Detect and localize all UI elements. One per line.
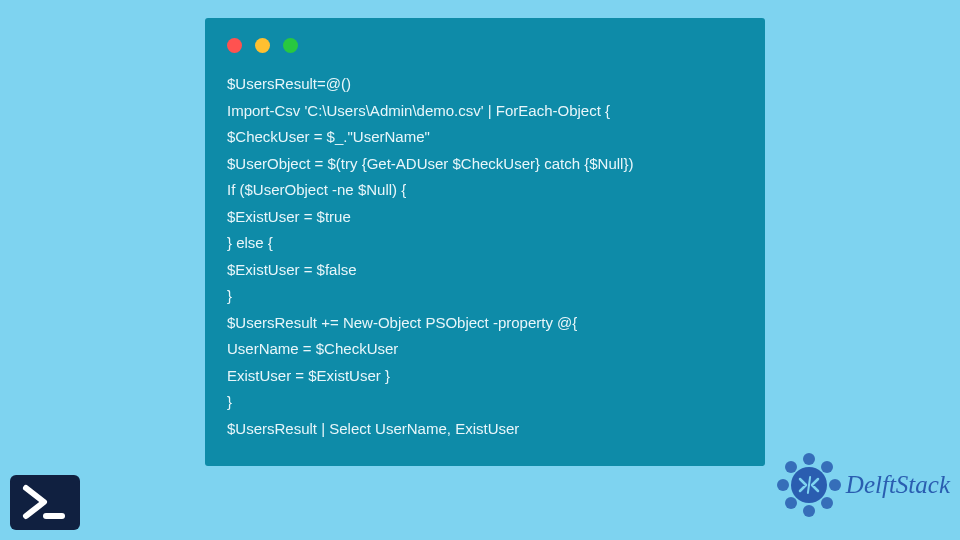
- brand-badge-icon: [774, 450, 844, 520]
- svg-point-8: [785, 461, 797, 473]
- brand-logo: DelftStack: [774, 450, 950, 520]
- svg-point-7: [777, 479, 789, 491]
- svg-point-2: [821, 461, 833, 473]
- code-content: $UsersResult=@() Import-Csv 'C:\Users\Ad…: [227, 71, 743, 442]
- maximize-icon: [283, 38, 298, 53]
- minimize-icon: [255, 38, 270, 53]
- code-block: $UsersResult=@() Import-Csv 'C:\Users\Ad…: [205, 18, 765, 466]
- svg-point-3: [829, 479, 841, 491]
- svg-point-6: [785, 497, 797, 509]
- window-controls: [227, 38, 743, 53]
- svg-point-1: [803, 453, 815, 465]
- brand-name: DelftStack: [846, 471, 950, 499]
- svg-point-5: [803, 505, 815, 517]
- powershell-icon: [10, 475, 80, 530]
- svg-point-4: [821, 497, 833, 509]
- close-icon: [227, 38, 242, 53]
